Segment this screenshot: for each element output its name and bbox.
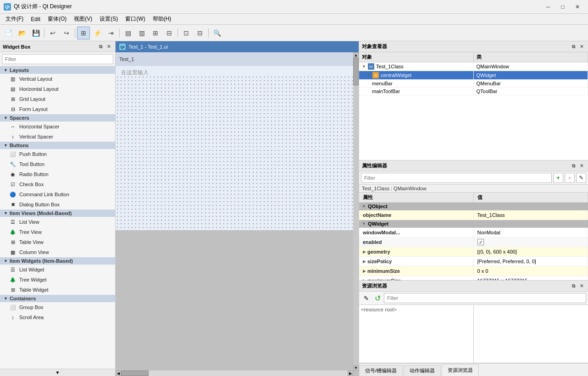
property-filter-input[interactable] [361, 173, 552, 183]
maximize-button[interactable]: □ [556, 2, 570, 11]
prop-cell-geometry-value[interactable]: [(0, 0), 600 x 400] [474, 247, 588, 256]
widget-tree-widget[interactable]: 🌲 Tree Widget [0, 275, 115, 285]
widget-check-box[interactable]: ☑ Check Box [0, 179, 115, 189]
widget-command-link-button[interactable]: 🔵 Command Link Button [0, 189, 115, 199]
tree-row-maintoolbar[interactable]: mainToolBar QToolBar [359, 88, 588, 95]
object-inspector-close[interactable]: ✕ [578, 43, 585, 50]
tree-row-test1class[interactable]: ▼ M Test_1Class QMainWindow [359, 62, 588, 71]
toolbar-layout-h[interactable]: ▤ [122, 27, 134, 39]
sizepolicy-expand-arrow[interactable]: ▶ [363, 259, 366, 264]
widget-scroll-area[interactable]: ↕ Scroll Area [0, 312, 115, 322]
property-editor-close[interactable]: ✕ [578, 162, 585, 170]
resource-filter-input[interactable] [384, 293, 586, 303]
menu-file[interactable]: 文件(F) [2, 14, 27, 24]
widget-vertical-layout[interactable]: ▥ Vertical Layout [0, 74, 115, 84]
widget-horizontal-layout[interactable]: ▤ Horizontal Layout [0, 84, 115, 94]
menu-tools[interactable]: 窗口(W) [122, 14, 149, 24]
toolbar-signal-editor[interactable]: ⚡ [91, 27, 104, 39]
property-editor-float[interactable]: ⧉ [570, 162, 577, 170]
resource-pencil-button[interactable]: ✎ [361, 293, 371, 303]
widget-box-close[interactable]: ✕ [105, 43, 112, 50]
maximumsize-expand-arrow[interactable]: ▶ [363, 278, 366, 280]
category-spacers[interactable]: ▼ Spacers [0, 114, 115, 122]
geometry-expand-arrow[interactable]: ▶ [363, 249, 366, 254]
widget-list-view[interactable]: ☰ List View [0, 217, 115, 227]
minimumsize-expand-arrow[interactable]: ▶ [363, 269, 366, 273]
minimize-button[interactable]: ─ [541, 2, 555, 11]
widget-tree-view[interactable]: 🌲 Tree View [0, 227, 115, 237]
toolbar-save[interactable]: 💾 [29, 27, 42, 39]
resource-browser-close[interactable]: ✕ [578, 282, 585, 290]
widget-radio-button[interactable]: ◉ Radio Button [0, 169, 115, 179]
widget-grid-layout[interactable]: ⊞ Grid Layout [0, 94, 115, 104]
prop-row-geometry[interactable]: ▶ geometry [(0, 0), 600 x 400] [359, 247, 588, 257]
tree-row-menubar[interactable]: menuBar QMenuBar [359, 80, 588, 88]
widget-table-view[interactable]: ⊞ Table View [0, 237, 115, 247]
property-add-button[interactable]: + [553, 173, 563, 183]
widget-form-layout[interactable]: ⊟ Form Layout [0, 104, 115, 114]
canvas-scrollbar-v[interactable]: ▲ ▼ [353, 52, 359, 370]
category-layouts[interactable]: ▼ Layouts [0, 66, 115, 74]
toolbar-layout-form[interactable]: ⊟ [163, 27, 176, 39]
canvas-scrollbar-h[interactable]: ◀ ▶ [116, 370, 353, 376]
toolbar-redo[interactable]: ↪ [60, 27, 73, 39]
toolbar-adjust-size[interactable]: ⊟ [194, 27, 206, 39]
toolbar-open[interactable]: 📂 [16, 27, 28, 39]
prop-row-maximumsize[interactable]: ▶ maximumSize 16777215 x 16777215 [359, 276, 588, 280]
category-buttons[interactable]: ▼ Buttons [0, 142, 115, 149]
scroll-down-arrow[interactable]: ▼ [353, 365, 359, 370]
widget-push-button[interactable]: ⬜ Push Button [0, 149, 115, 159]
property-remove-button[interactable]: - [565, 173, 575, 183]
widget-tool-button[interactable]: 🔧 Tool Button [0, 159, 115, 169]
tab-signals[interactable]: 信号/槽编辑器 [359, 365, 403, 376]
widget-group-box[interactable]: ⬜ Group Box [0, 302, 115, 312]
prop-row-windowmodal[interactable]: windowModal... NonModal [359, 228, 588, 238]
tab-actions[interactable]: 动作编辑器 [404, 365, 441, 376]
menu-help[interactable]: 帮助(H) [149, 14, 175, 24]
widget-filter-input[interactable] [2, 54, 113, 64]
toolbar-tab-order[interactable]: ⇥ [105, 27, 117, 39]
scroll-up-arrow[interactable]: ▲ [353, 52, 359, 58]
prop-cell-objectname-value[interactable]: Test_1Class [474, 210, 588, 220]
prop-cell-windowmodal-value[interactable]: NonModal [474, 228, 588, 237]
scroll-h-thumb[interactable] [121, 370, 149, 376]
scroll-left-arrow[interactable]: ◀ [116, 370, 121, 376]
tab-resources[interactable]: 资源浏览器 [442, 365, 479, 376]
menu-view[interactable]: 视图(V) [70, 14, 96, 24]
object-inspector-float[interactable]: ⧉ [570, 43, 577, 50]
toolbar-layout-v[interactable]: ▥ [135, 27, 148, 39]
tree-row-central-widget[interactable]: ▼ W centralWidget QWidget [359, 71, 588, 80]
toolbar-layout-grid[interactable]: ⊞ [149, 27, 162, 39]
widget-column-view[interactable]: ▦ Column View [0, 247, 115, 257]
scroll-right-arrow[interactable]: ▶ [348, 370, 353, 376]
widget-vertical-spacer[interactable]: ↕ Vertical Spacer [0, 132, 115, 142]
menu-edit[interactable]: Edit [27, 15, 44, 23]
prop-cell-enabled-value[interactable]: ✓ [474, 238, 588, 247]
widget-list-scroll-down[interactable]: ▼ [0, 369, 115, 376]
prop-row-objectname[interactable]: objectName Test_1Class [359, 210, 588, 220]
designer-canvas[interactable]: Test_1 在这里输入 ◀ ▶ ▲ ▼ [116, 52, 359, 376]
scroll-v-thumb[interactable] [353, 58, 359, 85]
widget-list-widget[interactable]: ☰ List Widget [0, 265, 115, 275]
menu-window-form[interactable]: 窗体(O) [44, 14, 70, 24]
resource-refresh-button[interactable]: ↺ [372, 293, 383, 303]
menu-settings[interactable]: 设置(S) [96, 14, 122, 24]
prop-cell-maximumsize-value[interactable]: 16777215 x 16777215 [474, 276, 588, 280]
widget-horizontal-spacer[interactable]: ↔ Horizontal Spacer [0, 122, 115, 132]
property-pencil-button[interactable]: ✎ [576, 173, 586, 183]
toolbar-undo[interactable]: ↩ [46, 27, 59, 39]
qobject-expand-arrow[interactable]: ▼ [362, 204, 366, 209]
toolbar-widget-editor[interactable]: ⊞ [77, 27, 90, 39]
close-button[interactable]: ✕ [571, 2, 584, 11]
toolbar-preview[interactable]: 🔍 [211, 27, 223, 39]
enabled-checkbox[interactable]: ✓ [477, 239, 484, 245]
widget-table-widget[interactable]: ⊞ Table Widget [0, 285, 115, 295]
widget-dialog-button-box[interactable]: ✖ Dialog Button Box [0, 199, 115, 210]
widget-box-float[interactable]: ⧉ [97, 43, 104, 50]
prop-row-minimumsize[interactable]: ▶ minimumSize 0 x 0 [359, 266, 588, 276]
category-item-views[interactable]: ▼ Item Views (Model-Based) [0, 210, 115, 217]
resource-browser-float[interactable]: ⧉ [570, 282, 577, 290]
prop-cell-sizepolicy-value[interactable]: [Preferred, Preferred, 0, 0] [474, 257, 588, 266]
toolbar-break-layout[interactable]: ⊡ [180, 27, 193, 39]
category-item-widgets[interactable]: ▼ Item Widgets (Item-Based) [0, 257, 115, 265]
